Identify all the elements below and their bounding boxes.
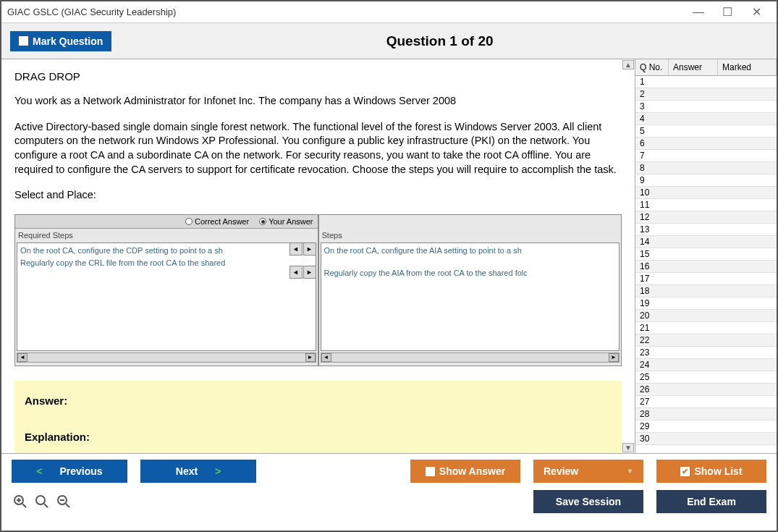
steps-label: Steps [319, 229, 622, 242]
question-row[interactable]: 21 [635, 322, 777, 334]
step-item[interactable]: Regularly copy the AIA from the root CA … [323, 267, 618, 279]
step-item[interactable]: Regularly copy the CRL file from the roo… [19, 257, 314, 269]
correct-answer-radio[interactable]: Correct Answer [185, 216, 249, 227]
question-body: Active Directory-based single domain sin… [14, 120, 622, 177]
chevron-down-icon: ▼ [627, 468, 633, 475]
question-row[interactable]: 22 [635, 334, 777, 347]
step-item[interactable]: On the root CA, configure the AIA settin… [323, 245, 618, 257]
select-and-place-label: Select and Place: [14, 188, 622, 203]
move-right-icon[interactable]: ► [303, 266, 316, 279]
window-controls: — ☐ ✕ [684, 2, 771, 22]
question-counter: Question 1 of 20 [111, 33, 768, 49]
question-type: DRAG DROP [14, 69, 622, 84]
zoom-controls [12, 493, 72, 510]
question-row[interactable]: 28 [635, 408, 777, 421]
zoom-in-icon[interactable] [12, 493, 29, 510]
drag-drop-area: Correct Answer Your Answer Required Step… [14, 214, 622, 366]
question-row[interactable]: 16 [635, 261, 777, 273]
scroll-up-button[interactable]: ▲ [622, 60, 634, 69]
mark-question-button[interactable]: Mark Question [10, 31, 111, 51]
column-qno: Q No. [635, 59, 669, 75]
question-row[interactable]: 26 [635, 384, 777, 396]
zoom-out-icon[interactable] [55, 493, 72, 510]
required-steps-label: Required Steps [15, 229, 318, 242]
required-steps-list[interactable]: On the root CA, configure the CDP settin… [17, 242, 316, 351]
question-list-panel: Q No. Answer Marked 12345678910111213141… [635, 59, 777, 453]
question-row[interactable]: 23 [635, 347, 777, 359]
answer-panel: Answer: Explanation: [14, 381, 622, 453]
end-exam-button[interactable]: End Exam [656, 490, 766, 513]
show-answer-button[interactable]: Show Answer [410, 460, 520, 483]
zoom-reset-icon[interactable] [33, 493, 51, 510]
explanation-label: Explanation: [25, 430, 612, 444]
checkbox-checked-icon: ✔ [680, 467, 690, 476]
question-row[interactable]: 6 [635, 138, 777, 150]
question-row[interactable]: 27 [635, 396, 777, 408]
maximize-button[interactable]: ☐ [713, 2, 742, 22]
svg-line-1 [22, 504, 26, 507]
question-row[interactable]: 18 [635, 285, 777, 297]
question-row[interactable]: 17 [635, 273, 777, 285]
question-row[interactable]: 14 [635, 236, 777, 248]
window-title: GIAC GSLC (GIAC Security Leadership) [7, 7, 684, 17]
question-row[interactable]: 20 [635, 310, 777, 322]
question-row[interactable]: 30 [635, 433, 777, 445]
column-marked: Marked [718, 59, 777, 75]
question-row[interactable]: 15 [635, 248, 777, 261]
question-row[interactable]: 9 [635, 174, 777, 187]
question-row[interactable]: 11 [635, 199, 777, 211]
question-row[interactable]: 13 [635, 224, 777, 236]
horizontal-scrollbar[interactable]: ◄► [321, 352, 620, 363]
steps-column: . Steps On the root CA, configure the AI… [318, 214, 622, 366]
mark-question-label: Mark Question [33, 35, 103, 47]
checkbox-icon [19, 36, 28, 46]
question-intro: You work as a Network Administrator for … [14, 94, 622, 109]
question-row[interactable]: 8 [635, 162, 777, 174]
move-left-icon[interactable]: ◄ [289, 242, 303, 256]
scroll-down-button[interactable]: ▼ [622, 443, 634, 452]
question-row[interactable]: 2 [635, 88, 777, 101]
question-row[interactable]: 24 [635, 359, 777, 371]
answer-label: Answer: [25, 394, 612, 408]
svg-line-7 [66, 504, 69, 507]
steps-list[interactable]: On the root CA, configure the AIA settin… [321, 242, 620, 351]
your-answer-radio[interactable]: Your Answer [259, 216, 313, 227]
svg-line-5 [44, 504, 48, 507]
horizontal-scrollbar[interactable]: ◄► [17, 352, 316, 363]
content-scroll[interactable]: DRAG DROP You work as a Network Administ… [1, 59, 635, 453]
question-row[interactable]: 5 [635, 125, 777, 138]
question-list[interactable]: 1234567891011121314151617181920212223242… [635, 76, 777, 453]
question-row[interactable]: 3 [635, 101, 777, 113]
header-bar: Mark Question Question 1 of 20 [1, 23, 777, 59]
next-button[interactable]: Next > [140, 460, 256, 483]
minimize-button[interactable]: — [684, 2, 713, 22]
step-item[interactable]: On the root CA, configure the CDP settin… [19, 245, 314, 257]
show-list-button[interactable]: ✔Show List [656, 460, 766, 483]
required-steps-column: Correct Answer Your Answer Required Step… [14, 214, 318, 366]
question-row[interactable]: 10 [635, 187, 777, 199]
question-row[interactable]: 7 [635, 150, 777, 162]
move-right-icon[interactable]: ► [303, 242, 316, 256]
content-pane: ▲ DRAG DROP You work as a Network Admini… [1, 59, 635, 453]
svg-point-4 [36, 496, 45, 504]
main-area: ▲ DRAG DROP You work as a Network Admini… [1, 59, 777, 453]
footer: < Previous Next > Show Answer Review▼ ✔S… [1, 453, 777, 519]
checkbox-icon [426, 467, 435, 476]
review-button[interactable]: Review▼ [533, 460, 643, 483]
close-button[interactable]: ✕ [742, 2, 771, 22]
title-bar: GIAC GSLC (GIAC Security Leadership) — ☐… [1, 1, 777, 23]
question-row[interactable]: 29 [635, 421, 777, 433]
answer-mode-radios: Correct Answer Your Answer [15, 215, 318, 229]
previous-button[interactable]: < Previous [12, 460, 127, 483]
chevron-left-icon: < [36, 465, 42, 477]
save-session-button[interactable]: Save Session [533, 490, 643, 513]
question-list-header: Q No. Answer Marked [635, 59, 777, 76]
question-row[interactable]: 1 [635, 76, 777, 88]
question-row[interactable]: 25 [635, 371, 777, 384]
question-row[interactable]: 12 [635, 211, 777, 224]
question-row[interactable]: 19 [635, 297, 777, 310]
chevron-right-icon: > [215, 465, 221, 477]
column-answer: Answer [669, 59, 718, 75]
move-left-icon[interactable]: ◄ [289, 266, 303, 279]
question-row[interactable]: 4 [635, 113, 777, 125]
